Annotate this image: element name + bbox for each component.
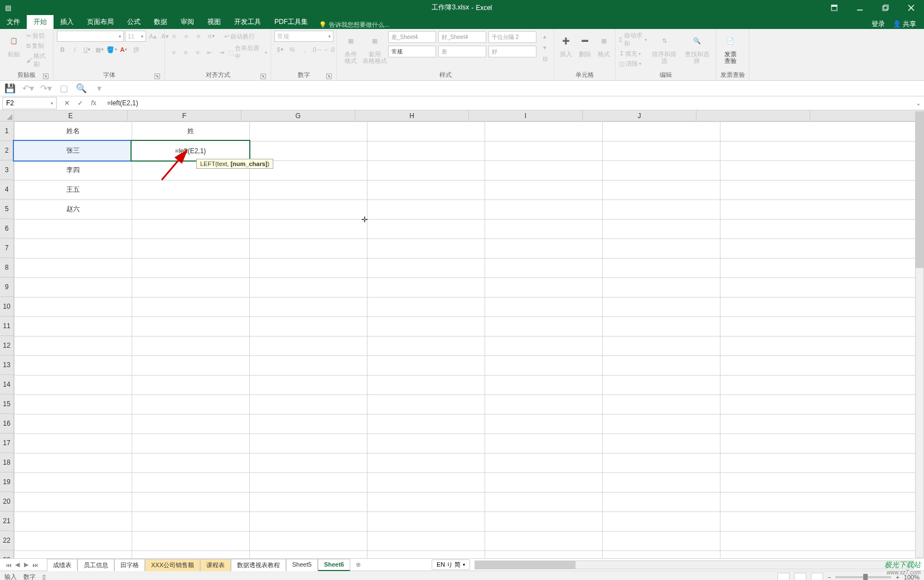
clipboard-dialog-launcher[interactable]: ⬊ [43,74,49,79]
cell-F1[interactable]: 姓 [132,121,249,141]
cell-E4[interactable]: 王五 [14,180,132,199]
col-header-J[interactable]: J [583,110,696,121]
phonetic-button[interactable]: 拼 [130,44,142,55]
tab-review[interactable]: 审阅 [174,15,201,29]
row-header-12[interactable]: 12 [0,336,13,355]
fill-color-button[interactable]: 🪣 [106,44,117,55]
align-middle-icon[interactable]: ≡ [181,31,192,42]
row-header-4[interactable]: 4 [0,180,13,199]
sheet-tab-课程表[interactable]: 课程表 [200,559,231,571]
tab-home[interactable]: 开始 [27,15,54,29]
decrease-decimal-icon[interactable]: ←.0 [323,44,335,55]
cell-E5[interactable]: 赵六 [14,199,132,219]
select-all-triangle[interactable] [0,110,14,121]
row-header-1[interactable]: 1 [0,121,13,141]
fill-button[interactable]: ↧填充▾ [619,50,647,58]
row-header-8[interactable]: 8 [0,258,13,277]
cell-style-thousands[interactable]: 千位分隔 2 [488,31,536,43]
underline-button[interactable]: U [81,44,93,55]
cells-area[interactable]: 姓名姓张三=left(E2,1)李四王五赵六 [14,121,924,558]
conditional-formatting-button[interactable]: ▦条件格式 [340,31,362,65]
row-header-19[interactable]: 19 [0,472,13,492]
ribbon-display-options[interactable] [821,0,847,15]
sheet-tab-数据透视表教程[interactable]: 数据透视表教程 [231,559,286,571]
sheet-tab-成绩表[interactable]: 成绩表 [47,559,78,571]
zoom-thumb[interactable] [863,574,868,581]
zoom-out-icon[interactable]: − [828,574,831,581]
italic-button[interactable]: I [69,44,80,55]
view-page-break-icon[interactable] [811,573,823,581]
sheet-nav-last-icon[interactable]: ⏭ [31,561,39,569]
percent-format-icon[interactable]: % [287,44,298,55]
col-header-I[interactable]: I [469,110,583,121]
v-scroll-thumb[interactable] [916,112,923,268]
cell-style-good-sheet4[interactable]: 好_Sheet4 [438,31,486,43]
row-header-20[interactable]: 20 [0,492,13,511]
sign-in[interactable]: 登录 [872,20,885,29]
align-bottom-icon[interactable]: ≡ [193,31,204,42]
h-scroll-thumb[interactable] [475,561,575,569]
align-center-icon[interactable]: ≡ [180,47,191,58]
border-button[interactable]: ▦ [94,44,105,55]
tab-insert[interactable]: 插入 [54,15,80,29]
qat-item-6[interactable]: ▾ [94,83,105,94]
autosum-button[interactable]: Σ自动求和▾ [619,31,647,48]
sheet-tab-员工信息[interactable]: 员工信息 [78,559,114,571]
format-cells-button[interactable]: ▦格式 [596,31,612,59]
font-size-dropdown[interactable]: 11▾ [125,31,146,42]
increase-decimal-icon[interactable]: .0→ [311,44,322,55]
row-header-10[interactable]: 10 [0,297,13,316]
cell-style-bad[interactable]: 差 [438,46,486,57]
row-header-16[interactable]: 16 [0,414,13,433]
cell-F2[interactable]: =left(E2,1) [132,141,249,160]
zoom-slider[interactable] [835,576,891,578]
align-left-icon[interactable]: ≡ [168,47,179,58]
name-box[interactable]: F2▾ [2,97,57,109]
row-header-22[interactable]: 22 [0,531,13,550]
sheet-tab-田字格[interactable]: 田字格 [114,559,145,571]
qat-item-4[interactable]: ▢ [58,83,69,94]
column-headers[interactable]: EFGHIJ [14,110,924,121]
increase-font-icon[interactable]: A▴ [147,31,158,42]
undo-icon[interactable]: ↶▾ [22,83,33,94]
close-button[interactable] [898,0,924,15]
view-page-layout-icon[interactable] [794,573,806,581]
new-sheet-button[interactable]: ⊕ [352,559,365,571]
row-header-9[interactable]: 9 [0,277,13,297]
row-header-11[interactable]: 11 [0,316,13,336]
invoice-check-button[interactable]: 📄发票 查验 [719,31,742,65]
font-dialog-launcher[interactable]: ⬊ [154,74,160,79]
alignment-dialog-launcher[interactable]: ⬊ [260,74,266,79]
row-header-14[interactable]: 14 [0,375,13,394]
cancel-formula-icon[interactable]: ✕ [61,98,72,108]
align-top-icon[interactable]: ≡ [168,31,180,42]
insert-cells-button[interactable]: ➕插入 [558,31,574,59]
tab-developer[interactable]: 开发工具 [228,15,268,29]
cut-button[interactable]: ✂剪切 [26,32,50,40]
sheet-tab-XXX公司销售额[interactable]: XXX公司销售额 [145,559,200,571]
tab-formulas[interactable]: 公式 [120,15,147,29]
delete-cells-button[interactable]: ➖删除 [577,31,593,59]
sheet-tab-Sheet5[interactable]: Sheet5 [286,559,318,571]
orientation-icon[interactable]: ⤭ [205,31,216,42]
clear-button[interactable]: ◫清除▾ [619,60,647,68]
bold-button[interactable]: B [57,44,68,55]
styles-scroll-up-icon[interactable]: ▴ [539,31,550,42]
align-right-icon[interactable]: ≡ [192,47,203,58]
tab-page-layout[interactable]: 页面布局 [80,15,120,29]
row-header-6[interactable]: 6 [0,219,13,238]
restore-button[interactable] [873,0,898,15]
row-header-7[interactable]: 7 [0,238,13,258]
col-header-E[interactable]: E [14,110,128,121]
styles-scroll-down-icon[interactable]: ▾ [539,42,550,53]
minimize-button[interactable] [847,0,873,15]
tab-view[interactable]: 视图 [201,15,228,29]
row-header-17[interactable]: 17 [0,433,13,453]
function-tooltip[interactable]: LEFT(text, [num_chars]) [196,159,273,169]
number-dialog-launcher[interactable]: ⬊ [326,74,332,79]
worksheet-grid[interactable]: EFGHIJ 123456789101112131415161718192021… [0,110,924,558]
row-header-3[interactable]: 3 [0,160,13,180]
col-header-H[interactable]: H [355,110,469,121]
save-icon[interactable]: 💾 [4,83,16,94]
expand-formula-bar-icon[interactable]: ⌄ [913,99,924,107]
